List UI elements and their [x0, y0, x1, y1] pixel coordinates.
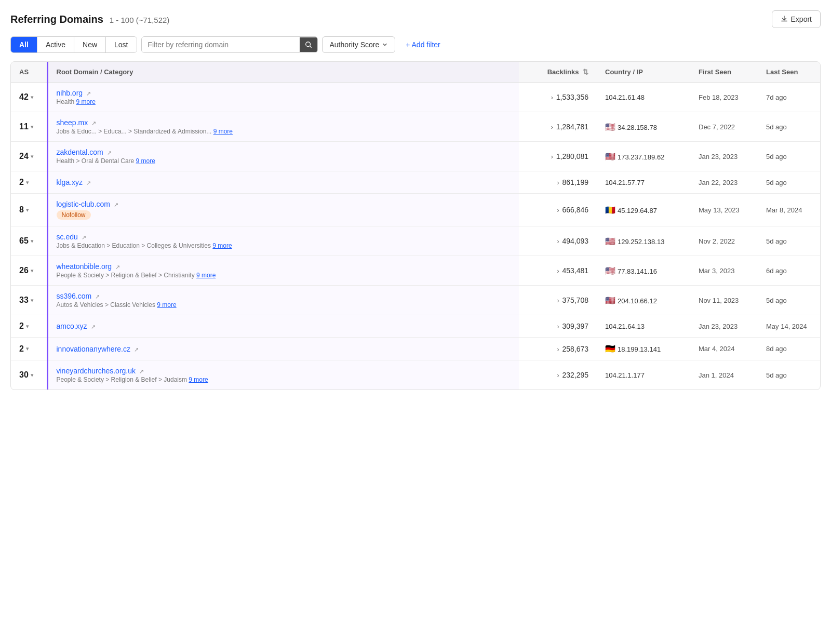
col-header-backlinks[interactable]: Backlinks ⇅ — [519, 62, 597, 83]
as-number: 24 — [19, 152, 29, 161]
as-number: 33 — [19, 296, 29, 305]
search-icon — [305, 41, 312, 48]
add-filter-button[interactable]: + Add filter — [399, 37, 447, 52]
expand-icon[interactable]: › — [551, 94, 553, 101]
as-cell: 24 ▾ — [11, 142, 47, 171]
search-input[interactable] — [142, 37, 300, 52]
last-seen-cell: 5d ago — [758, 360, 820, 390]
chevron-down-icon[interactable]: ▾ — [31, 238, 34, 245]
more-link[interactable]: 9 more — [189, 376, 208, 383]
table-row: 42 ▾ nihb.org ↗ Health 9 more ›1,533,356… — [11, 83, 820, 112]
expand-icon[interactable]: › — [557, 323, 559, 330]
as-number: 42 — [19, 92, 29, 102]
more-link[interactable]: 9 more — [157, 301, 176, 308]
last-seen-cell: Mar 8, 2024 — [758, 194, 820, 226]
flag-icon: 🇺🇸 — [605, 296, 615, 305]
flag-icon: 🇷🇴 — [605, 206, 615, 214]
tab-active[interactable]: Active — [37, 37, 74, 52]
backlinks-cell: ›375,708 — [519, 286, 597, 315]
chevron-down-icon[interactable]: ▾ — [31, 372, 34, 379]
country-cell: 🇷🇴45.129.64.87 — [597, 194, 690, 226]
domain-link[interactable]: sheep.mx — [57, 118, 88, 127]
chevron-down-icon[interactable]: ▾ — [26, 345, 29, 352]
country-cell: 🇺🇸173.237.189.62 — [597, 142, 690, 171]
table-row: 65 ▾ sc.edu ↗ Jobs & Education > Educati… — [11, 226, 820, 256]
first-seen-cell: Nov 11, 2023 — [690, 286, 758, 315]
more-link[interactable]: 9 more — [213, 128, 233, 135]
expand-icon[interactable]: › — [557, 207, 559, 214]
expand-icon[interactable]: › — [557, 179, 559, 186]
flag-icon: 🇩🇪 — [605, 344, 615, 353]
first-seen-cell: May 13, 2023 — [690, 194, 758, 226]
external-link-icon: ↗ — [115, 264, 120, 270]
authority-score-filter[interactable]: Authority Score — [322, 36, 396, 53]
expand-icon[interactable]: › — [557, 297, 559, 304]
more-link[interactable]: 9 more — [76, 98, 96, 105]
chevron-down-icon[interactable]: ▾ — [31, 153, 34, 160]
more-link[interactable]: 9 more — [212, 242, 232, 249]
backlinks-cell: ›258,673 — [519, 338, 597, 360]
export-button[interactable]: Export — [772, 10, 821, 28]
as-cell: 11 ▾ — [11, 112, 47, 142]
domain-link[interactable]: nihb.org — [57, 89, 83, 97]
as-number: 2 — [19, 178, 24, 187]
as-number: 11 — [19, 122, 29, 131]
tab-all[interactable]: All — [11, 37, 37, 52]
chevron-down-icon[interactable]: ▾ — [31, 124, 34, 130]
chevron-down-icon[interactable]: ▾ — [31, 94, 34, 101]
expand-icon[interactable]: › — [557, 372, 559, 379]
expand-icon[interactable]: › — [551, 124, 553, 131]
external-link-icon: ↗ — [86, 180, 91, 186]
domain-link[interactable]: vineyardchurches.org.uk — [57, 367, 136, 375]
expand-icon[interactable]: › — [551, 153, 553, 160]
sort-icon: ⇅ — [583, 68, 588, 76]
country-cell: 🇺🇸204.10.66.12 — [597, 286, 690, 315]
country-cell: 🇺🇸77.83.141.16 — [597, 256, 690, 286]
chevron-down-icon[interactable]: ▾ — [26, 207, 29, 213]
tab-lost[interactable]: Lost — [106, 37, 136, 52]
as-number: 8 — [19, 205, 24, 214]
last-seen-cell: 7d ago — [758, 83, 820, 112]
domain-link[interactable]: amco.xyz — [57, 322, 87, 330]
domain-link[interactable]: zakdental.com — [57, 148, 103, 156]
ip-address: 18.199.13.141 — [618, 345, 661, 353]
backlinks-number: 309,397 — [562, 322, 588, 330]
tab-new[interactable]: New — [74, 37, 106, 52]
domain-link[interactable]: klga.xyz — [57, 178, 83, 186]
backlinks-number: 1,280,081 — [556, 152, 588, 160]
first-seen-cell: Jan 1, 2024 — [690, 360, 758, 390]
col-header-as: AS — [11, 62, 47, 83]
table-header-row: AS Root Domain / Category Backlinks ⇅ Co… — [11, 62, 820, 83]
last-seen-cell: 6d ago — [758, 256, 820, 286]
as-cell: 30 ▾ — [11, 360, 47, 390]
last-seen-cell: 5d ago — [758, 142, 820, 171]
domain-link[interactable]: wheatonbible.org — [57, 262, 112, 271]
chevron-down-icon[interactable]: ▾ — [31, 297, 34, 304]
more-link[interactable]: 9 more — [196, 272, 216, 279]
backlinks-cell: ›1,533,356 — [519, 83, 597, 112]
as-number: 65 — [19, 236, 29, 246]
ip-address: 34.28.158.78 — [618, 124, 657, 131]
chevron-down-icon[interactable]: ▾ — [26, 179, 29, 186]
backlinks-cell: ›453,481 — [519, 256, 597, 286]
chevron-down-icon[interactable]: ▾ — [31, 267, 34, 274]
expand-icon[interactable]: › — [557, 238, 559, 245]
first-seen-cell: Dec 7, 2022 — [690, 112, 758, 142]
expand-icon[interactable]: › — [557, 267, 559, 275]
backlinks-number: 1,284,781 — [556, 123, 588, 131]
domain-link[interactable]: logistic-club.com — [57, 200, 110, 208]
first-seen-cell: Mar 4, 2024 — [690, 338, 758, 360]
expand-icon[interactable]: › — [557, 346, 559, 353]
chevron-down-icon[interactable]: ▾ — [26, 323, 29, 330]
domain-link[interactable]: sc.edu — [57, 233, 78, 241]
backlinks-number: 453,481 — [562, 266, 588, 275]
nofollow-badge: Nofollow — [57, 210, 91, 220]
more-link[interactable]: 9 more — [136, 157, 155, 165]
table-row: 8 ▾ logistic-club.com ↗ Nofollow ›666,84… — [11, 194, 820, 226]
category-text: Health > Oral & Dental Care 9 more — [57, 157, 511, 165]
search-button[interactable] — [300, 37, 317, 52]
domain-link[interactable]: ss396.com — [57, 292, 92, 300]
domain-link[interactable]: innovationanywhere.cz — [57, 345, 130, 353]
export-icon — [781, 16, 788, 23]
table-row: 2 ▾ klga.xyz ↗ ›861,199104.21.57.77Jan 2… — [11, 171, 820, 194]
